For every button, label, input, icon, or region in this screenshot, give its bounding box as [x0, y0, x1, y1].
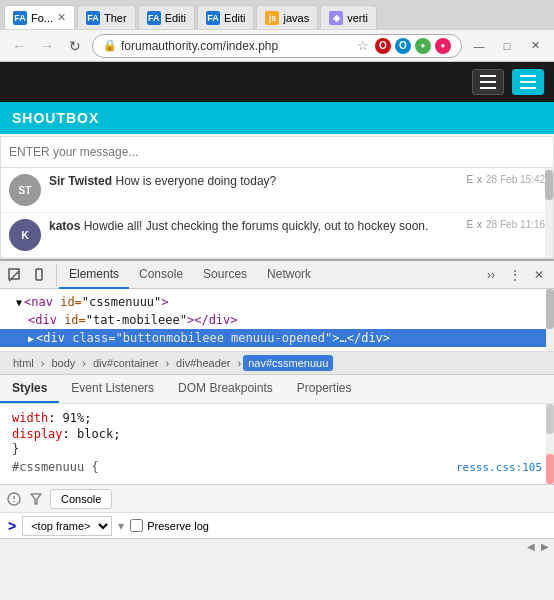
rule-header: #cssmenuuu { resss.css:105 — [12, 456, 542, 476]
extension-icon[interactable]: ● — [415, 38, 431, 54]
opera-blue-icon[interactable]: O — [395, 38, 411, 54]
devtools-more-button[interactable]: ›› — [480, 264, 502, 286]
devtools-close-button[interactable]: ✕ — [528, 264, 550, 286]
tab-5[interactable]: js javas — [256, 5, 318, 29]
message-delete-2[interactable]: x — [477, 219, 482, 230]
back-button[interactable]: ← — [8, 35, 30, 57]
scroll-right-arrow[interactable]: ▶ — [538, 541, 552, 552]
preserve-log-checkbox[interactable] — [130, 519, 143, 532]
dom-triangle-1[interactable]: ▼ — [16, 297, 22, 308]
cursor-icon[interactable] — [4, 264, 26, 286]
mobile-icon[interactable] — [28, 264, 50, 286]
svg-rect-2 — [36, 269, 42, 280]
message-content-2: katos Howdie all! Just checking the foru… — [49, 219, 458, 233]
message-delete-1[interactable]: x — [477, 174, 482, 185]
tab-4[interactable]: FA Editi — [197, 5, 254, 29]
styles-tab-event-listeners[interactable]: Event Listeners — [59, 375, 166, 403]
breadcrumb-divcontainer[interactable]: div#container — [88, 355, 163, 371]
dom-triangle-3[interactable]: ▶ — [28, 333, 34, 344]
message-row-1: ST Sir Twisted How is everyone doing tod… — [1, 168, 553, 213]
dropdown-arrow[interactable]: ▾ — [118, 519, 124, 533]
breadcrumb-nav[interactable]: nav#cssmenuuu — [243, 355, 333, 371]
hamburger-line — [480, 75, 496, 77]
devtools-toolbar: Elements Console Sources Network ›› ⋮ ✕ — [0, 261, 554, 289]
tab-6[interactable]: ◈ verti — [320, 5, 377, 29]
hamburger-menu-1[interactable] — [472, 69, 504, 95]
tab-console[interactable]: Console — [129, 261, 193, 289]
shoutbox-input[interactable] — [0, 136, 554, 168]
css-property-display: display: block; — [12, 426, 542, 442]
extension2-icon[interactable]: ● — [435, 38, 451, 54]
breadcrumb-body[interactable]: body — [46, 355, 80, 371]
tab-1-close[interactable]: ✕ — [57, 11, 66, 24]
message-edit-2[interactable]: E — [466, 219, 473, 230]
tab-1[interactable]: FA Fo... ✕ — [4, 5, 75, 29]
tab-6-favicon: ◈ — [329, 11, 343, 25]
scroll-left-arrow[interactable]: ◀ — [524, 541, 538, 552]
tab-3-favicon: FA — [147, 11, 161, 25]
shoutbox-messages: ST Sir Twisted How is everyone doing tod… — [0, 168, 554, 259]
bottom-row: ◀ ▶ — [0, 538, 554, 554]
dom-line-3[interactable]: ▶<div class="buttonmobileee menuuu-opene… — [0, 329, 554, 347]
message-meta-2: E x 28 Feb 11:16 — [466, 219, 545, 230]
dom-scrollbar[interactable] — [546, 289, 554, 351]
css-colon-2: : — [63, 427, 77, 441]
dom-line-1: ▼<nav id="cssmenuuu"> — [0, 293, 554, 311]
message-content-1: Sir Twisted How is everyone doing today? — [49, 174, 458, 188]
avatar-1: ST — [9, 174, 41, 206]
opera-icon[interactable]: O — [375, 38, 391, 54]
dom-scrollthumb — [546, 289, 554, 329]
css-prop-width: width — [12, 411, 48, 425]
address-text: forumauthority.com/index.php — [121, 39, 351, 53]
hamburger-line — [480, 81, 496, 83]
message-username-1: Sir Twisted — [49, 174, 112, 188]
tab-3[interactable]: FA Editi — [138, 5, 195, 29]
breadcrumb-html[interactable]: html — [8, 355, 39, 371]
message-meta-1: E x 28 Feb 15:42 — [466, 174, 545, 185]
message-text-1: How is everyone doing today? — [115, 174, 276, 188]
breadcrumb-sep-2: › — [82, 357, 86, 369]
breadcrumb-divheader[interactable]: div#header — [171, 355, 235, 371]
styles-tab-dom-breakpoints[interactable]: DOM Breakpoints — [166, 375, 285, 403]
console-button[interactable]: Console — [50, 489, 112, 509]
hamburger-line — [520, 87, 536, 89]
preserve-log-checkbox-label[interactable]: Preserve log — [130, 519, 209, 532]
messages-scrollbar[interactable] — [545, 168, 553, 258]
tab-network[interactable]: Network — [257, 261, 321, 289]
rule-source[interactable]: resss.css:105 — [456, 461, 542, 474]
tab-4-label: Editi — [224, 12, 245, 24]
maximize-button[interactable]: □ — [496, 35, 518, 57]
tab-elements[interactable]: Elements — [59, 261, 129, 289]
devtools-settings-button[interactable]: ⋮ — [504, 264, 526, 286]
console-filter-icon[interactable] — [28, 491, 44, 507]
breadcrumb: html › body › div#container › div#header… — [0, 352, 554, 375]
console-bar: Console — [0, 484, 554, 512]
styles-scrollbar[interactable] — [546, 404, 554, 484]
minimize-button[interactable]: — — [468, 35, 490, 57]
console-frame-select[interactable]: <top frame> — [22, 516, 112, 536]
tab-1-favicon: FA — [13, 11, 27, 25]
close-browser-button[interactable]: ✕ — [524, 35, 546, 57]
tab-sources[interactable]: Sources — [193, 261, 257, 289]
hamburger-line — [480, 87, 496, 89]
forward-button[interactable]: → — [36, 35, 58, 57]
console-circle-icon[interactable] — [6, 491, 22, 507]
reload-button[interactable]: ↻ — [64, 35, 86, 57]
address-bar[interactable]: 🔒 forumauthority.com/index.php ☆ O O ● ● — [92, 34, 462, 58]
svg-point-6 — [13, 500, 15, 502]
website-content: SHOUTBOX ST Sir Twisted How is everyone … — [0, 62, 554, 259]
bookmark-icon[interactable]: ☆ — [355, 38, 371, 54]
hamburger-menu-2[interactable] — [512, 69, 544, 95]
tab-1-label: Fo... — [31, 12, 53, 24]
message-time-2: 28 Feb 11:16 — [486, 219, 545, 230]
devtools-tabs: Elements Console Sources Network — [59, 261, 478, 289]
message-row-2: K katos Howdie all! Just checking the fo… — [1, 213, 553, 258]
browser-controls: ← → ↻ 🔒 forumauthority.com/index.php ☆ O… — [0, 30, 554, 62]
hamburger-line — [520, 75, 536, 77]
rule-selector: #cssmenuuu { — [12, 460, 99, 474]
tab-2[interactable]: FA Ther — [77, 5, 136, 29]
styles-tab-properties[interactable]: Properties — [285, 375, 364, 403]
styles-tab-styles[interactable]: Styles — [0, 375, 59, 403]
message-edit-1[interactable]: E — [466, 174, 473, 185]
tab-5-label: javas — [283, 12, 309, 24]
